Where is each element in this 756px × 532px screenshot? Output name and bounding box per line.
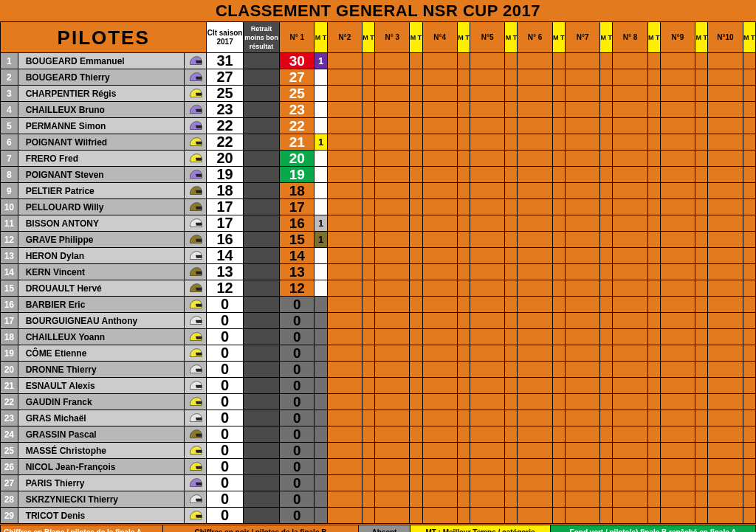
race-empty [518,183,552,199]
mt-empty [552,53,565,69]
helmet-cell [185,248,207,264]
mt-empty [457,118,470,134]
table-row: 27PARIS Thierry00 [1,475,756,491]
helmet-cell [185,69,207,86]
rank-cell: 1 [1,53,18,69]
table-row: 14KERN Vincent1313 [1,264,756,280]
rank-cell: 21 [1,378,18,394]
race-empty [613,248,647,264]
race-empty [613,280,647,297]
race-1-score: 0 [280,491,315,508]
mt-empty [647,313,660,329]
mt-empty [552,199,565,215]
mt-empty [647,86,660,102]
season-points: 0 [207,410,243,426]
race-empty [470,248,505,264]
rank-cell: 13 [1,248,18,264]
mt-empty [647,443,660,459]
race-empty [518,475,552,491]
mt-empty [505,459,518,475]
mt-empty [362,426,374,443]
mt-empty [362,329,374,345]
mt-empty [410,491,422,508]
race-empty [422,280,457,297]
race-1-score: 25 [280,86,315,102]
retrait-cell [243,215,279,232]
race-empty [613,459,647,475]
race-empty [613,313,647,329]
race-empty [708,410,743,426]
race-1-score: 20 [280,151,315,167]
mt-empty [695,134,708,151]
helmet-icon [188,153,203,164]
mt-empty [457,345,470,362]
pilot-name: SKRZYNIECKI Thierry [18,491,185,508]
mt-empty [410,232,422,248]
mt-empty [362,53,374,69]
standings-table: PILOTES Clt saison 2017 Retrait moins bo… [0,21,756,524]
mt-empty [647,508,660,524]
mt-empty [647,280,660,297]
header-row: PILOTES Clt saison 2017 Retrait moins bo… [1,22,756,53]
race-empty [327,475,362,491]
mt-empty [743,297,755,313]
mt-empty [600,313,613,329]
hdr-race-1: N° 1 [280,22,315,53]
mt-empty [552,491,565,508]
rank-cell: 6 [1,134,18,151]
hdr-mt-9: M T [695,22,708,53]
mt-empty [600,394,613,410]
mt-empty [743,313,755,329]
mt-empty [362,443,374,459]
mt-empty [457,280,470,297]
mt-empty [600,215,613,232]
rank-cell: 22 [1,394,18,410]
rank-cell: 3 [1,86,18,102]
pilot-name: BISSON ANTONY [18,215,185,232]
mt-empty [552,264,565,280]
mt-empty [647,134,660,151]
season-points: 22 [207,118,243,134]
race-empty [375,475,410,491]
race-empty [613,410,647,426]
mt-empty [410,475,422,491]
mt-empty [362,362,374,378]
race-1-mt [315,508,327,524]
race-1-score: 0 [280,329,315,345]
hdr-race-9: N°9 [660,22,695,53]
helmet-icon [188,234,203,245]
helmet-icon [188,88,203,99]
race-empty [422,53,457,69]
retrait-cell [243,167,279,183]
table-row: 9PELTIER Patrice1818 [1,183,756,199]
mt-empty [743,232,755,248]
mt-empty [695,394,708,410]
race-1-mt [315,329,327,345]
table-row: 16BARBIER Eric00 [1,297,756,313]
mt-empty [695,199,708,215]
race-1-score: 0 [280,394,315,410]
mt-empty [647,378,660,394]
season-points: 0 [207,297,243,313]
mt-empty [600,297,613,313]
mt-empty [362,313,374,329]
race-1-score: 22 [280,118,315,134]
mt-empty [552,102,565,118]
season-points: 18 [207,183,243,199]
race-empty [422,297,457,313]
season-points: 0 [207,459,243,475]
race-empty [660,426,695,443]
mt-empty [362,86,374,102]
race-1-mt: 1 [315,232,327,248]
race-1-score: 19 [280,167,315,183]
race-empty [375,232,410,248]
mt-empty [647,232,660,248]
retrait-cell [243,426,279,443]
mt-empty [552,280,565,297]
hdr-pilotes: PILOTES [1,22,207,53]
mt-empty [457,426,470,443]
season-points: 12 [207,280,243,297]
race-1-score: 21 [280,134,315,151]
race-empty [375,215,410,232]
rank-cell: 24 [1,426,18,443]
